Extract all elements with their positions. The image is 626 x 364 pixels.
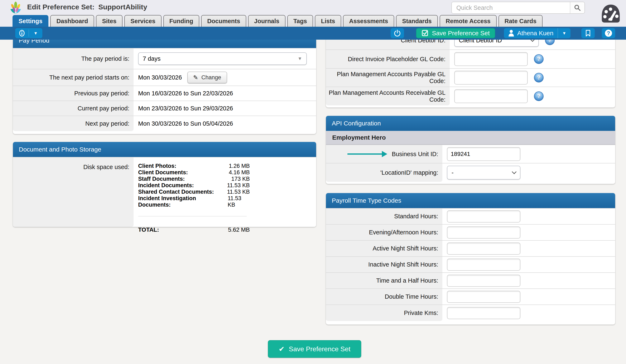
save-preference-set-toolbar-button[interactable]: Save Preference Set (416, 28, 495, 38)
private-kms-input[interactable] (447, 307, 520, 319)
user-caret-icon[interactable]: ▼ (558, 31, 571, 36)
user-segment[interactable]: Athena Kuen (504, 28, 557, 38)
content-area: Pay Period The pay period is: 7 days ▼ T… (0, 40, 626, 364)
total-label: TOTAL: (138, 226, 159, 233)
info-icon[interactable] (15, 28, 29, 38)
item-size: 173 KB (231, 176, 250, 182)
previous-period-label: Previous pay period: (13, 86, 134, 101)
select-caret-icon: ▼ (298, 56, 302, 61)
storage-panel: Document and Photo Storage Disk space us… (13, 142, 316, 227)
power-icon (394, 29, 401, 37)
next-start-row: The next pay period starts on: Mon 30/03… (13, 69, 316, 85)
tab-tags[interactable]: Tags (287, 15, 313, 27)
next-start-label: The next pay period starts on: (13, 69, 134, 85)
item-size: 11.53 KB (227, 189, 250, 195)
help-badge-icon[interactable]: ? (545, 40, 555, 45)
tab-rate-cards[interactable]: Rate Cards (499, 15, 543, 27)
api-config-header: API Configuration (326, 116, 615, 131)
pay-period-title: Pay Period (19, 40, 49, 44)
tab-journals[interactable]: Journals (248, 15, 285, 27)
save-preference-set-footer-button[interactable]: ✔ Save Preference Set (268, 340, 361, 358)
tab-dashboard[interactable]: Dashboard (50, 15, 94, 27)
business-unit-input[interactable] (447, 147, 520, 161)
tab-assessments[interactable]: Assessments (343, 15, 394, 27)
quick-search-input[interactable] (452, 2, 570, 13)
tab-bar: Settings Dashboard Sites Services Fundin… (0, 15, 626, 27)
active-night-input[interactable] (447, 243, 520, 255)
preference-set-name: SupportAbility (98, 3, 147, 11)
page-title: Edit Preference Set:SupportAbility (27, 3, 147, 11)
receivable-input[interactable] (454, 89, 528, 103)
pay-period-select-value: 7 days (143, 55, 160, 62)
client-debtor-select[interactable]: Client Debtor ID (454, 40, 539, 47)
pay-period-is-label: The pay period is: (13, 48, 134, 69)
tab-standards[interactable]: Standards (396, 15, 438, 27)
client-debtor-label: Client Debtor ID: (326, 40, 450, 49)
previous-period-value: Mon 16/03/2026 to Sun 22/03/2026 (134, 86, 316, 101)
direct-invoice-label: Direct Invoice Placeholder GL Code: (326, 50, 450, 68)
change-button-label: Change (201, 74, 221, 81)
toolbar: ▼ Save Preference Set Athena Kuen (0, 27, 626, 40)
tab-services[interactable]: Services (124, 15, 161, 27)
next-period-value: Mon 30/03/2026 to Sun 05/04/2026 (134, 116, 316, 131)
logout-button[interactable] (391, 28, 404, 38)
select-chevron-icon (512, 169, 517, 174)
info-caret-icon[interactable]: ▼ (29, 28, 42, 38)
pay-period-row: The pay period is: 7 days ▼ (13, 48, 316, 69)
item-size: 11.53 KB (227, 182, 250, 189)
standard-hours-label: Standard Hours: (326, 208, 442, 224)
change-pay-period-button[interactable]: ✎ Change (187, 72, 227, 83)
direct-invoice-input[interactable] (454, 52, 528, 66)
app-header: Edit Preference Set:SupportAbility (0, 0, 626, 15)
private-kms-label: Private Kms: (326, 305, 442, 321)
help-icon: ? (605, 30, 612, 37)
divider (138, 216, 247, 216)
check-icon: ✔ (279, 345, 285, 353)
tab-settings[interactable]: Settings (12, 15, 48, 27)
next-start-value: Mon 30/03/2026 (138, 74, 182, 81)
help-button[interactable]: ? (602, 28, 615, 38)
item-name: Client Photos: (138, 163, 176, 169)
location-mapping-select[interactable]: - (447, 166, 520, 179)
payable-input[interactable] (454, 71, 528, 84)
tab-sites[interactable]: Sites (96, 15, 122, 27)
tab-lists[interactable]: Lists (315, 15, 341, 27)
api-config-panel: API Configuration Employment Hero Busine… (326, 116, 615, 184)
help-badge-icon[interactable]: ? (534, 73, 544, 82)
next-period-label: Next pay period: (13, 116, 134, 131)
tab-remote-access[interactable]: Remote Access (440, 15, 497, 27)
footer-save-label: Save Preference Set (289, 345, 350, 353)
pay-period-panel: Pay Period The pay period is: 7 days ▼ T… (13, 40, 316, 134)
location-mapping-row: 'LocationID' mapping: - (326, 163, 615, 184)
select-chevron-icon (530, 40, 535, 42)
user-menu-button[interactable]: Athena Kuen ▼ (504, 28, 571, 38)
attention-arrow-icon (348, 151, 387, 157)
payroll-header: Payroll Time Type Codes (326, 193, 615, 208)
time-half-input[interactable] (447, 275, 520, 287)
active-night-row: Active Night Shift Hours: (326, 240, 615, 256)
help-badge-icon[interactable]: ? (534, 91, 544, 101)
disk-total-row: TOTAL: 5.62 MB (138, 226, 250, 233)
item-size: 1.26 MB (229, 163, 250, 169)
gl-codes-panel: Client Debtor ID: Client Debtor ID ? Dir… (326, 40, 615, 108)
standard-hours-input[interactable] (447, 210, 520, 222)
search-button[interactable] (570, 2, 585, 13)
private-kms-row: Private Kms: (326, 305, 615, 324)
list-item: Staff Documents: 173 KB (138, 176, 250, 182)
client-debtor-row: Client Debtor ID: Client Debtor ID ? (326, 40, 615, 49)
item-name: Shared Contact Documents: (138, 189, 214, 195)
info-menu-button[interactable]: ▼ (15, 28, 42, 38)
pay-period-select[interactable]: 7 days ▼ (138, 52, 307, 65)
tab-documents[interactable]: Documents (201, 15, 246, 27)
item-name: Incident Documents: (138, 182, 194, 189)
disk-usage-list: Client Photos: 1.26 MB Client Documents:… (138, 163, 250, 208)
receivable-label: Plan Management Accounts Receivable GL C… (326, 87, 450, 105)
help-badge-icon[interactable]: ? (534, 54, 544, 64)
tab-funding[interactable]: Funding (163, 15, 199, 27)
checkbox-check-icon (422, 30, 429, 37)
disk-space-row: Disk space used: Client Photos: 1.26 MB … (13, 157, 316, 227)
inactive-night-input[interactable] (447, 259, 520, 271)
double-time-input[interactable] (447, 291, 520, 303)
evening-hours-input[interactable] (447, 226, 520, 239)
bookmark-button[interactable] (581, 28, 595, 38)
